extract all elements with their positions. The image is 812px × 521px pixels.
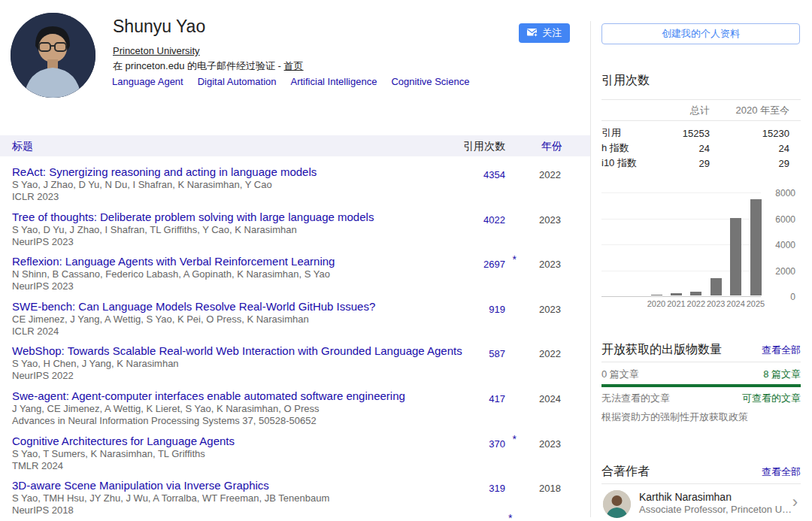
open-access-title: 开放获取的出版物数量 bbox=[601, 342, 722, 358]
cited-by-count-link[interactable]: 370 bbox=[489, 438, 505, 450]
stat-value-since: 29 bbox=[710, 158, 801, 169]
interest-link[interactable]: Digital Automation bbox=[198, 76, 277, 87]
citations-per-year-chart bbox=[601, 192, 761, 296]
open-access-view-all-link[interactable]: 查看全部 bbox=[762, 344, 801, 357]
publication-venue: NeurIPS 2023 bbox=[12, 236, 590, 248]
closed-articles-count: 0 篇文章 bbox=[601, 368, 639, 381]
cited-by-count-link[interactable]: 4354 bbox=[483, 169, 505, 180]
coauthor-name-link[interactable]: Karthik Narasimhan bbox=[639, 491, 732, 503]
publication-row: Cognitive Architectures for Language Age… bbox=[0, 430, 590, 475]
chart-xtick-label: 2022 bbox=[686, 299, 707, 308]
citation-stats-row: h 指数 24 24 bbox=[601, 141, 801, 156]
coauthors-view-all-link[interactable]: 查看全部 bbox=[762, 465, 801, 479]
open-access-counts: 0 篇文章 8 篇文章 bbox=[601, 368, 801, 381]
publication-row: ReAct: Synergizing reasoning and acting … bbox=[0, 161, 590, 206]
affiliation-link[interactable]: Princeton University bbox=[113, 45, 200, 56]
closed-articles-label: 无法查看的文章 bbox=[601, 392, 670, 405]
envelope-plus-icon bbox=[527, 29, 538, 38]
homepage-link[interactable]: 首页 bbox=[284, 60, 304, 71]
follow-button[interactable]: 关注 bbox=[519, 23, 570, 43]
chart-ytick-label: 6000 bbox=[761, 214, 797, 225]
open-articles-label: 可查看的文章 bbox=[742, 392, 801, 405]
interest-link[interactable]: Language Agent bbox=[112, 76, 183, 87]
sort-by-title-header[interactable]: 标题 bbox=[12, 140, 33, 153]
citation-stats-body: 引用 15253 15230 h 指数 24 24 i10 指数 29 29 bbox=[601, 121, 801, 171]
coauthor-avatar-image bbox=[603, 490, 631, 518]
publication-row: SWE-bench: Can Language Models Resolve R… bbox=[0, 295, 590, 341]
publication-year: 2023 bbox=[539, 214, 561, 226]
cited-by-count-link[interactable]: 919 bbox=[489, 304, 505, 315]
publication-venue: NeurIPS 2022 bbox=[12, 370, 590, 382]
cited-by-count-link[interactable]: 2697 bbox=[483, 259, 505, 270]
publication-year: 2024 bbox=[539, 393, 561, 404]
publications-list: ReAct: Synergizing reasoning and acting … bbox=[0, 161, 590, 519]
publication-venue: NeurIPS 2018 bbox=[12, 504, 590, 516]
chart-bar-2022[interactable] bbox=[690, 292, 701, 295]
chevron-right-icon[interactable]: › bbox=[792, 492, 798, 512]
publication-venue: Advances in Neural Information Processin… bbox=[12, 415, 590, 427]
chart-ytick-label: 0 bbox=[761, 292, 797, 302]
stats-header-since: 2020 年至今 bbox=[710, 104, 801, 117]
coauthors-divider bbox=[601, 483, 801, 484]
stat-value-all: 15253 bbox=[662, 128, 710, 139]
publication-row: Tree of thoughts: Deliberate problem sol… bbox=[0, 206, 590, 251]
coauthors-header: 合著作者 查看全部 bbox=[601, 464, 801, 480]
publication-year: 2023 bbox=[539, 259, 561, 270]
citation-stats-row: 引用 15253 15230 bbox=[601, 126, 801, 141]
open-articles-count-link[interactable]: 8 篇文章 bbox=[763, 368, 801, 381]
stat-value-all: 24 bbox=[662, 143, 710, 154]
publication-venue: TMLR 2024 bbox=[12, 460, 590, 472]
publication-row: 3D-aware Scene Manipulation via Inverse … bbox=[0, 474, 590, 519]
publication-row: WebShop: Towards Scalable Real-world Web… bbox=[0, 340, 590, 385]
chart-gridline bbox=[601, 192, 761, 193]
chart-bar-2020[interactable] bbox=[651, 295, 662, 296]
publication-year: 2018 bbox=[539, 483, 561, 494]
chart-bar-2023[interactable] bbox=[710, 278, 722, 295]
stat-value-since: 15230 bbox=[710, 128, 801, 139]
profile-photo-image bbox=[11, 13, 95, 98]
publications-table-header: 标题 引用次数 年份 bbox=[0, 135, 590, 156]
cited-by-count-link[interactable]: 587 bbox=[489, 348, 505, 359]
chart-xtick-label: 2021 bbox=[665, 299, 686, 308]
publication-venue: NeurIPS 2023 bbox=[12, 280, 590, 292]
publication-year: 2023 bbox=[539, 438, 561, 450]
publication-authors: S Yao, J Zhao, D Yu, N Du, I Shafran, K … bbox=[12, 179, 590, 191]
coauthor-item[interactable]: Karthik Narasimhan Associate Professor, … bbox=[601, 489, 801, 521]
coauthors-title: 合著作者 bbox=[601, 464, 650, 480]
estimated-citations-star: * bbox=[513, 253, 517, 265]
cited-by-count-link[interactable]: 319 bbox=[489, 483, 505, 494]
coauthor-affiliation: Associate Professor, Princeton U… bbox=[639, 504, 792, 515]
stats-header-all: 总计 bbox=[662, 104, 710, 117]
coauthor-avatar bbox=[603, 490, 631, 518]
create-profile-button[interactable]: 创建我的个人资料 bbox=[601, 23, 800, 44]
chart-ytick-label: 2000 bbox=[761, 266, 797, 277]
sort-by-year-header[interactable]: 年份 bbox=[541, 140, 562, 153]
publication-row: Swe-agent: Agent-computer interfaces ena… bbox=[0, 385, 590, 430]
chart-xtick-label: 2023 bbox=[705, 299, 726, 308]
profile-photo[interactable] bbox=[11, 13, 95, 98]
chart-bar-2021[interactable] bbox=[671, 293, 682, 295]
open-access-labels: 无法查看的文章 可查看的文章 bbox=[601, 392, 801, 405]
sort-by-citations-header: 引用次数 bbox=[463, 140, 505, 153]
chart-xtick-label: 2020 bbox=[646, 299, 667, 308]
cited-by-count-link[interactable]: 4022 bbox=[483, 214, 505, 226]
stat-value-all: 29 bbox=[662, 158, 710, 169]
research-interests: Language AgentDigital AutomationArtifici… bbox=[112, 76, 483, 87]
publication-authors: S Yao, H Chen, J Yang, K Narasimhan bbox=[12, 358, 590, 370]
cited-by-count-link[interactable]: 417 bbox=[489, 393, 505, 404]
citation-stats-header-row: 总计 2020 年至今 bbox=[601, 99, 801, 121]
stat-label: i10 指数 bbox=[601, 156, 662, 170]
publication-authors: CE Jimenez, J Yang, A Wettig, S Yao, K P… bbox=[12, 314, 590, 326]
interest-link[interactable]: Cognitive Science bbox=[391, 76, 469, 87]
publication-year: 2022 bbox=[539, 348, 561, 359]
chart-bar-2024[interactable] bbox=[730, 218, 741, 296]
stat-label: 引用 bbox=[601, 126, 662, 140]
interest-link[interactable]: Artificial Intelligence bbox=[291, 76, 377, 87]
chart-bar-2025[interactable] bbox=[750, 199, 762, 295]
chart-x-axis-labels: 202020212022202320242025 bbox=[601, 299, 761, 310]
estimated-citations-star: * bbox=[513, 433, 517, 445]
cited-by-section-title: 引用次数 bbox=[601, 73, 650, 89]
stat-label: h 指数 bbox=[601, 141, 662, 155]
citation-stats-row: i10 指数 29 29 bbox=[601, 156, 801, 171]
chart-y-axis-labels: 02000400060008000 bbox=[761, 192, 797, 307]
